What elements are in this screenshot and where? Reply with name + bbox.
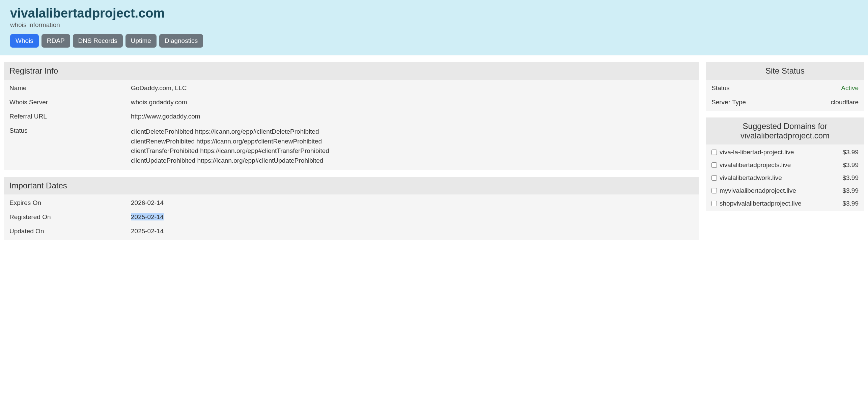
server-type-value: cloudflare <box>831 99 859 106</box>
registered-on-label: Registered On <box>9 213 131 221</box>
site-status-row: Status Active <box>706 81 864 95</box>
status-line: clientUpdateProhibited https://icann.org… <box>131 156 694 166</box>
tabs-row: Whois RDAP DNS Records Uptime Diagnostic… <box>10 34 858 48</box>
registrar-name-label: Name <box>9 84 131 92</box>
tab-dns-records[interactable]: DNS Records <box>73 34 123 48</box>
registrar-name-row: Name GoDaddy.com, LLC <box>4 81 699 95</box>
registrar-info-panel: Registrar Info Name GoDaddy.com, LLC Who… <box>4 62 699 170</box>
whois-server-row: Whois Server whois.godaddy.com <box>4 95 699 109</box>
whois-server-value: whois.godaddy.com <box>131 99 694 106</box>
registrar-status-label: Status <box>9 127 131 165</box>
suggested-domain-name[interactable]: vivalalibertadprojects.live <box>720 161 842 169</box>
suggested-domain-name[interactable]: shopvivalalibertadproject.live <box>720 200 842 207</box>
site-status-panel: Site Status Status Active Server Type cl… <box>706 62 864 111</box>
site-status-value: Active <box>841 84 859 92</box>
suggested-domains-panel: Suggested Domains for vivalalibertadproj… <box>706 117 864 211</box>
suggested-domain-checkbox[interactable] <box>711 162 717 168</box>
suggested-domain-row: myvivalalibertadproject.live $3.99 <box>706 184 864 197</box>
referral-url-row: Referral URL http://www.godaddy.com <box>4 109 699 124</box>
suggested-domain-checkbox[interactable] <box>711 175 717 181</box>
suggested-domain-price: $3.99 <box>842 174 859 182</box>
suggested-domain-name[interactable]: myvivalalibertadproject.live <box>720 187 842 194</box>
tab-uptime[interactable]: Uptime <box>125 34 157 48</box>
suggested-domain-row: vivalalibertadwork.live $3.99 <box>706 171 864 184</box>
domain-title: vivalalibertadproject.com <box>10 6 858 21</box>
referral-url-value[interactable]: http://www.godaddy.com <box>131 113 694 120</box>
suggested-domain-row: viva-la-libertad-project.live $3.99 <box>706 146 864 159</box>
suggested-domain-price: $3.99 <box>842 149 859 156</box>
suggested-domain-price: $3.99 <box>842 161 859 169</box>
expires-on-row: Expires On 2026-02-14 <box>4 196 699 210</box>
important-dates-title: Important Dates <box>4 177 699 194</box>
updated-on-value: 2025-02-14 <box>131 228 694 235</box>
updated-on-label: Updated On <box>9 228 131 235</box>
expires-on-value: 2026-02-14 <box>131 199 694 207</box>
page-subtitle: whois information <box>10 21 858 29</box>
site-status-title: Site Status <box>706 62 864 80</box>
suggested-domain-checkbox[interactable] <box>711 201 717 206</box>
suggested-domain-row: vivalalibertadprojects.live $3.99 <box>706 159 864 171</box>
tab-diagnostics[interactable]: Diagnostics <box>159 34 203 48</box>
status-line: clientDeleteProhibited https://icann.org… <box>131 127 694 137</box>
registrar-status-row: Status clientDeleteProhibited https://ic… <box>4 124 699 169</box>
status-line: clientRenewProhibited https://icann.org/… <box>131 137 694 147</box>
suggested-domain-name[interactable]: vivalalibertadwork.live <box>720 174 842 182</box>
registrar-status-value: clientDeleteProhibited https://icann.org… <box>131 127 694 165</box>
server-type-label: Server Type <box>711 99 831 106</box>
server-type-row: Server Type cloudflare <box>706 95 864 109</box>
tab-rdap[interactable]: RDAP <box>41 34 70 48</box>
registrar-name-value: GoDaddy.com, LLC <box>131 84 694 92</box>
status-line: clientTransferProhibited https://icann.o… <box>131 146 694 156</box>
registered-on-value: 2025-02-14 <box>131 213 694 221</box>
updated-on-row: Updated On 2025-02-14 <box>4 224 699 238</box>
whois-server-label: Whois Server <box>9 99 131 106</box>
site-status-label: Status <box>711 84 841 92</box>
suggested-domains-title: Suggested Domains for vivalalibertadproj… <box>706 117 864 144</box>
main-content: Registrar Info Name GoDaddy.com, LLC Who… <box>0 55 868 253</box>
suggested-domain-price: $3.99 <box>842 187 859 194</box>
suggested-domain-checkbox[interactable] <box>711 188 717 193</box>
expires-on-label: Expires On <box>9 199 131 207</box>
left-column: Registrar Info Name GoDaddy.com, LLC Who… <box>4 62 699 246</box>
suggested-domain-checkbox[interactable] <box>711 150 717 155</box>
suggested-domain-price: $3.99 <box>842 200 859 207</box>
tab-whois[interactable]: Whois <box>10 34 39 48</box>
registrar-info-title: Registrar Info <box>4 62 699 80</box>
referral-url-label: Referral URL <box>9 113 131 120</box>
right-column: Site Status Status Active Server Type cl… <box>706 62 868 246</box>
important-dates-panel: Important Dates Expires On 2026-02-14 Re… <box>4 177 699 240</box>
registered-on-row: Registered On 2025-02-14 <box>4 210 699 224</box>
suggested-domain-row: shopvivalalibertadproject.live $3.99 <box>706 197 864 210</box>
suggested-domain-name[interactable]: viva-la-libertad-project.live <box>720 149 842 156</box>
page-header: vivalalibertadproject.com whois informat… <box>0 0 868 55</box>
